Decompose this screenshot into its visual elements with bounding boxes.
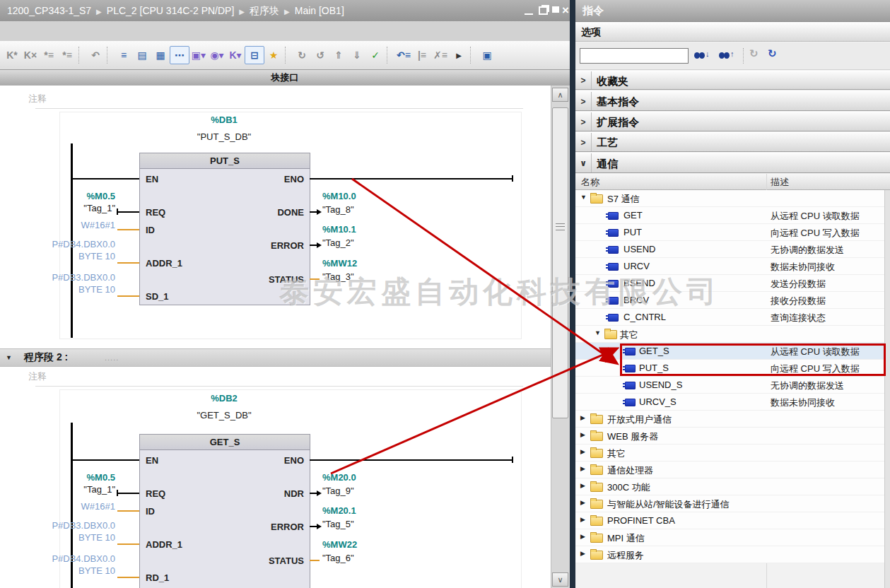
operand-tag[interactable]: "Tag_1": [0, 203, 115, 213]
collapse-networks-icon[interactable]: ▦: [151, 47, 170, 64]
restore-button[interactable]: [539, 6, 548, 15]
operand-address[interactable]: %M20.1: [322, 505, 356, 516]
undo-pin-icon[interactable]: ↶: [86, 47, 105, 64]
expand-down-icon[interactable]: ▼: [580, 194, 587, 201]
breadcrumb-project[interactable]: 1200_CP343-1_S7: [7, 5, 91, 16]
expand-right-icon[interactable]: ▶: [580, 431, 585, 438]
operand-tag[interactable]: "Tag_9": [322, 486, 354, 496]
expand-right-icon[interactable]: ▶: [580, 448, 585, 455]
insert-coil-icon[interactable]: ◉▾: [208, 47, 226, 64]
tree-row-others-s7[interactable]: ▼ 其它: [575, 326, 890, 343]
tree-row-put-s[interactable]: PUT_S 向远程 CPU 写入数据: [575, 360, 890, 377]
column-description[interactable]: 描述: [771, 176, 789, 189]
column-name[interactable]: 名称: [581, 176, 599, 189]
more-tools-icon[interactable]: ▶: [450, 47, 468, 64]
operand-length[interactable]: BYTE 10: [0, 284, 115, 295]
sync-favorites-icon[interactable]: ↻: [768, 47, 777, 60]
put-s-block[interactable]: PUT_S EN ENO REQ ID ADDR_1 SD_1 DONE ERR…: [139, 153, 310, 305]
operand-address[interactable]: %M0.5: [0, 472, 115, 483]
section-favorites[interactable]: > 收藏夹: [575, 71, 890, 90]
expand-right-icon[interactable]: ▶: [580, 414, 585, 421]
tree-row-web-server[interactable]: ▶ WEB 服务器: [575, 428, 890, 445]
operand-tag[interactable]: "Tag_2": [322, 237, 354, 248]
operand-tag[interactable]: "Tag_5": [322, 519, 354, 529]
tree-row-urcv[interactable]: URCV 数据未协同接收: [575, 258, 890, 275]
operand-address[interactable]: %M10.1: [322, 224, 356, 235]
network1-comment[interactable]: 注释: [28, 93, 47, 105]
tree-row-remote-services[interactable]: ▶ 远程服务: [575, 546, 890, 563]
tree-row-usend[interactable]: USEND 无协调的数据发送: [575, 241, 890, 258]
db2-address[interactable]: %DB2: [139, 393, 309, 404]
compile-icon[interactable]: ✓: [366, 47, 385, 64]
tree-row-300c-functions[interactable]: ▶ 300C 功能: [575, 478, 890, 495]
favorites-icon[interactable]: ★: [264, 47, 283, 64]
block-interface-bar[interactable]: 块接口: [0, 70, 570, 86]
tree-row-put[interactable]: PUT 向远程 CPU 写入数据: [575, 224, 890, 241]
go-offline-icon[interactable]: ↺: [311, 47, 329, 64]
tree-row-bsend[interactable]: BSEND 发送分段数据: [575, 275, 890, 292]
tree-row-others[interactable]: ▶ 其它: [575, 445, 890, 461]
chevron-right-icon[interactable]: >: [575, 71, 592, 89]
operand-constant[interactable]: W#16#1: [0, 220, 115, 230]
expand-right-icon[interactable]: ▶: [580, 482, 585, 489]
comments-toggle-icon[interactable]: ⋯: [170, 46, 189, 64]
scroll-up-button[interactable]: ∧: [552, 88, 568, 102]
operand-pointer[interactable]: P#DB3.DBX0.0: [0, 520, 115, 531]
delete-row-icon[interactable]: ✗≡: [431, 47, 450, 64]
db1-address[interactable]: %DB1: [139, 114, 309, 125]
call-structure-icon[interactable]: ↶≡: [394, 47, 413, 64]
network2-comment[interactable]: 注释: [28, 370, 47, 383]
operand-address[interactable]: %MW12: [322, 258, 357, 269]
download-icon[interactable]: ⇓: [348, 47, 366, 64]
upload-icon[interactable]: ⇑: [329, 47, 348, 64]
breadcrumb-main-ob1[interactable]: Main [OB1]: [295, 5, 344, 16]
chevron-down-icon[interactable]: ∨: [575, 153, 592, 172]
operand-length[interactable]: BYTE 10: [0, 565, 115, 576]
insert-box-icon[interactable]: ▣▾: [189, 47, 208, 64]
get-s-block[interactable]: GET_S EN ENO REQ ID ADDR_1 RD_1 NDR ERRO…: [139, 434, 310, 588]
tree-row-brcv[interactable]: BRCV 接收分段数据: [575, 292, 890, 309]
tree-row-c-cntrl[interactable]: C_CNTRL 查询连接状态: [575, 309, 890, 326]
breadcrumb-program-blocks[interactable]: 程序块: [250, 5, 279, 16]
search-input[interactable]: [580, 48, 689, 64]
operand-tag[interactable]: "Tag_6": [322, 553, 354, 563]
options-header[interactable]: 选项: [575, 23, 890, 42]
network2-comment-dots[interactable]: .....: [105, 353, 119, 362]
insert-tag-icon[interactable]: K*: [3, 47, 21, 64]
tree-row-get-s[interactable]: GET_S 从远程 CPU 读取数据: [575, 343, 890, 360]
split-editor-icon[interactable]: ▣: [478, 47, 496, 64]
chevron-right-icon[interactable]: >: [575, 92, 592, 110]
network-collapse-icon[interactable]: ▼: [6, 354, 12, 361]
tree-row-usend-s[interactable]: USEND_S 无协调的数据发送: [575, 377, 890, 394]
db2-name[interactable]: "GET_S_DB": [139, 410, 309, 421]
section-extended-instructions[interactable]: > 扩展指令: [575, 112, 890, 131]
breadcrumb-plc[interactable]: PLC_2 [CPU 314C-2 PN/DP]: [107, 5, 235, 16]
section-communication[interactable]: ∨ 通信: [575, 153, 890, 173]
expand-networks-icon[interactable]: ▤: [133, 47, 151, 64]
minimize-button[interactable]: [525, 13, 533, 15]
chevron-right-icon[interactable]: >: [575, 133, 592, 151]
section-basic-instructions[interactable]: > 基本指令: [575, 91, 890, 111]
tree-row-urcv-s[interactable]: URCV_S 数据未协同接收: [575, 394, 890, 411]
operand-length[interactable]: BYTE 10: [0, 532, 115, 543]
chevron-right-icon[interactable]: >: [575, 112, 592, 131]
tree-row-open-user-communication[interactable]: ▶ 开放式用户通信: [575, 411, 890, 428]
tree-row-communication-processor[interactable]: ▶ 通信处理器: [575, 461, 890, 478]
operand-length[interactable]: BYTE 10: [0, 251, 115, 261]
define-tags-icon[interactable]: *≡: [40, 47, 58, 64]
operand-address[interactable]: %M10.0: [322, 191, 356, 201]
expand-down-icon[interactable]: ▼: [595, 329, 601, 336]
operand-address[interactable]: %MW22: [322, 539, 357, 550]
go-online-icon[interactable]: ↻: [293, 47, 311, 64]
insert-row-icon[interactable]: |≡: [413, 47, 431, 64]
expand-right-icon[interactable]: ▶: [580, 499, 585, 506]
panel-scrollbar[interactable]: [884, 190, 890, 588]
tree-row-mpi-communication[interactable]: ▶ MPI 通信: [575, 529, 890, 546]
find-previous-icon[interactable]: [719, 52, 730, 59]
network2-header[interactable]: ▼ 程序段 2 : .....: [0, 348, 551, 367]
operand-address[interactable]: %M20.0: [322, 472, 356, 483]
operand-mode-icon[interactable]: K▾: [226, 47, 245, 64]
tree-row-s7-communication[interactable]: ▼ S7 通信: [575, 190, 890, 207]
expand-right-icon[interactable]: ▶: [580, 533, 585, 540]
tree-row-profinet-cba[interactable]: ▶ PROFINET CBA: [575, 512, 890, 529]
